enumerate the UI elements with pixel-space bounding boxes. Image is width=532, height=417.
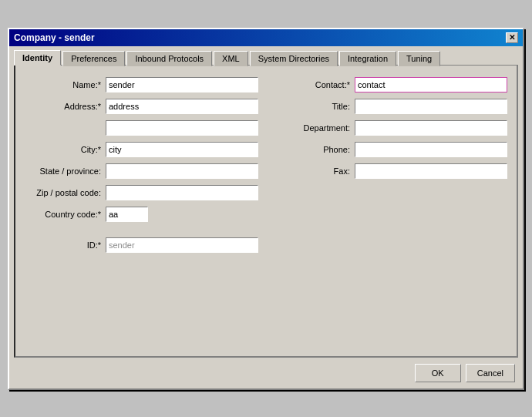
state-label: State / province:	[25, 166, 106, 176]
dialog: Company - sender ✕ Identity Preferences …	[8, 28, 524, 390]
address1-input[interactable]	[106, 99, 258, 114]
name-row: Name:*	[25, 76, 258, 93]
fax-input[interactable]	[355, 163, 507, 179]
zip-input[interactable]	[106, 185, 258, 200]
close-button[interactable]: ✕	[506, 32, 518, 43]
content-area: Name:* Address:* City:* State / provinc	[14, 65, 518, 358]
zip-label: Zip / postal code:	[25, 188, 106, 197]
address1-label: Address:*	[25, 102, 106, 111]
name-input[interactable]	[106, 77, 258, 92]
contact-row: Contact:*	[274, 76, 507, 93]
department-input[interactable]	[355, 120, 507, 136]
tab-xml[interactable]: XML	[214, 51, 248, 66]
department-label: Department:	[274, 123, 355, 133]
zip-row: Zip / postal code:	[25, 184, 258, 201]
country-row: Country code:*	[25, 206, 258, 223]
contact-input[interactable]	[355, 77, 507, 92]
phone-input[interactable]	[355, 142, 507, 157]
title-bar: Company - sender ✕	[9, 29, 523, 46]
tab-system-directories[interactable]: System Directories	[250, 51, 338, 66]
bottom-bar: OK Cancel	[9, 358, 523, 388]
form-grid: Name:* Address:* City:* State / provinc	[25, 76, 507, 254]
title-row: Title:	[274, 98, 507, 115]
name-label: Name:*	[25, 80, 106, 89]
fax-row: Fax:	[274, 163, 507, 180]
tab-integration[interactable]: Integration	[339, 51, 396, 66]
tab-inbound-protocols[interactable]: Inbound Protocols	[126, 51, 212, 66]
tabs-container: Identity Preferences Inbound Protocols X…	[9, 46, 523, 65]
country-label: Country code:*	[25, 210, 106, 219]
state-row: State / province:	[25, 163, 258, 180]
title-label: Title:	[274, 102, 355, 111]
address1-row: Address:*	[25, 98, 258, 115]
tab-preferences[interactable]: Preferences	[62, 51, 125, 66]
country-input[interactable]	[106, 207, 148, 222]
id-row: ID:*	[25, 237, 258, 254]
address2-input[interactable]	[106, 120, 258, 136]
department-row: Department:	[274, 119, 507, 136]
city-row: City:*	[25, 141, 258, 158]
address2-row	[25, 119, 258, 136]
city-label: City:*	[25, 145, 106, 154]
right-section: Contact:* Title: Department: Phone: Fax:	[274, 76, 507, 254]
fax-label: Fax:	[274, 166, 355, 176]
phone-label: Phone:	[274, 145, 355, 154]
city-input[interactable]	[106, 142, 258, 157]
contact-label: Contact:*	[274, 80, 355, 89]
state-input[interactable]	[106, 163, 258, 179]
tab-identity[interactable]: Identity	[14, 50, 61, 66]
ok-button[interactable]: OK	[415, 364, 461, 382]
left-section: Name:* Address:* City:* State / provinc	[25, 76, 258, 254]
id-input[interactable]	[106, 237, 258, 253]
phone-row: Phone:	[274, 141, 507, 158]
window-title: Company - sender	[14, 32, 95, 43]
title-input[interactable]	[355, 99, 507, 114]
id-label: ID:*	[25, 240, 106, 250]
tab-tuning[interactable]: Tuning	[398, 51, 440, 66]
cancel-button[interactable]: Cancel	[466, 364, 515, 382]
